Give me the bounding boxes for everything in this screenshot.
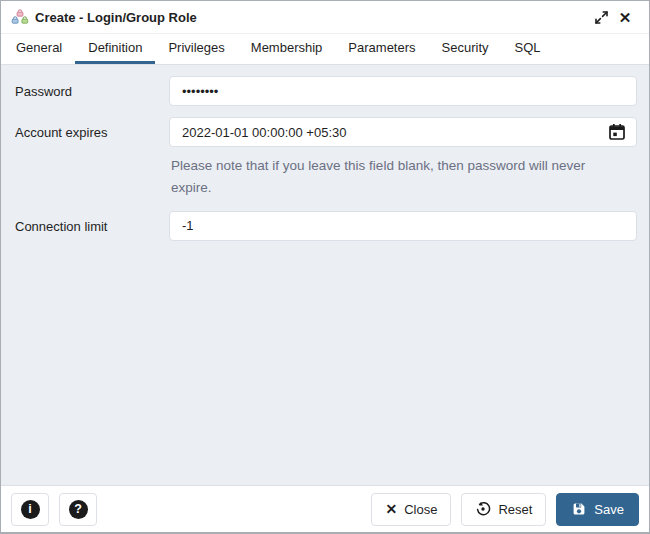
expand-icon[interactable] <box>589 5 613 29</box>
account-expires-row: Account expires Please note that <box>15 117 637 200</box>
connection-limit-label: Connection limit <box>15 211 169 234</box>
sql-help-button[interactable]: i <box>11 493 49 526</box>
tab-security[interactable]: Security <box>429 34 502 64</box>
reset-button[interactable]: Reset <box>461 493 546 526</box>
close-button-label: Close <box>404 502 437 517</box>
password-row: Password <box>15 76 637 106</box>
login-group-role-icon <box>11 8 29 26</box>
account-expires-input[interactable] <box>169 117 637 147</box>
connection-limit-row: Connection limit <box>15 211 637 241</box>
create-login-group-role-dialog: Create - Login/Group Role ✕ General Defi… <box>0 0 650 534</box>
tab-definition[interactable]: Definition <box>75 34 155 64</box>
tab-privileges[interactable]: Privileges <box>155 34 237 64</box>
account-expires-label: Account expires <box>15 117 169 140</box>
reset-button-label: Reset <box>498 502 532 517</box>
dialog-help-button[interactable]: ? <box>59 493 97 526</box>
save-button[interactable]: Save <box>556 493 639 526</box>
dialog-tabs: General Definition Privileges Membership… <box>1 34 649 65</box>
dialog-titlebar: Create - Login/Group Role ✕ <box>1 1 649 34</box>
tab-membership[interactable]: Membership <box>238 34 336 64</box>
tab-parameters[interactable]: Parameters <box>335 34 428 64</box>
connection-limit-input[interactable] <box>169 211 637 241</box>
close-x-icon: ✕ <box>385 502 397 516</box>
close-button[interactable]: ✕ Close <box>371 493 451 526</box>
reset-icon <box>475 501 491 517</box>
definition-tab-panel: Password Account expires <box>1 65 649 485</box>
dialog-footer: i ? ✕ Close Reset <box>1 485 649 532</box>
password-input[interactable] <box>169 76 637 106</box>
password-label: Password <box>15 76 169 99</box>
close-icon[interactable]: ✕ <box>613 5 637 29</box>
info-icon: i <box>21 500 40 519</box>
help-icon: ? <box>69 500 88 519</box>
save-icon <box>571 501 587 517</box>
account-expires-helper-text: Please note that if you leave this field… <box>171 155 623 200</box>
tab-sql[interactable]: SQL <box>502 34 554 64</box>
dialog-title: Create - Login/Group Role <box>35 10 589 25</box>
calendar-icon[interactable] <box>606 121 628 143</box>
save-button-label: Save <box>594 502 624 517</box>
tab-general[interactable]: General <box>3 34 75 64</box>
